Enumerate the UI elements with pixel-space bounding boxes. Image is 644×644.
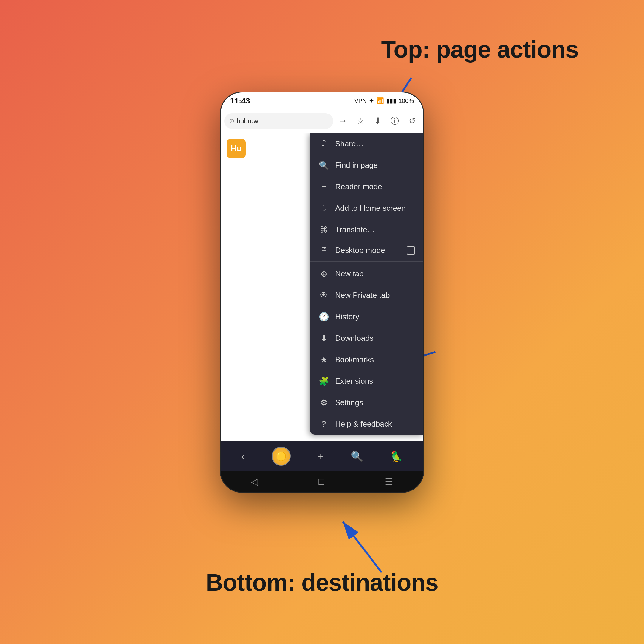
svg-line-2 (343, 522, 382, 572)
download-page-button[interactable]: ⬇ (370, 113, 385, 129)
settings-icon: ⚙ (318, 398, 329, 408)
menu-item-desktop-mode[interactable]: 🖥 Desktop mode (310, 240, 423, 262)
android-nav-bar: ◁ □ ☰ (221, 471, 423, 492)
reader-icon: ≡ (318, 182, 329, 191)
share-icon: ⤴ (318, 139, 329, 148)
menu-new-tab-label: New tab (335, 269, 415, 278)
menu-item-add-home[interactable]: ⤵ Add to Home screen (310, 197, 423, 219)
refresh-button[interactable]: ↺ (404, 113, 420, 129)
menu-item-find-in-page[interactable]: 🔍 Find in page (310, 154, 423, 176)
forward-button[interactable]: → (335, 113, 351, 129)
vpn-icon: VPN (354, 97, 367, 104)
search-bottom-icon[interactable]: 🔍 (351, 450, 363, 462)
menu-bookmarks-label: Bookmarks (335, 355, 415, 364)
new-tab-plus-icon[interactable]: + (318, 451, 324, 462)
back-nav-button[interactable]: ◁ (251, 476, 258, 487)
menu-item-reader-mode[interactable]: ≡ Reader mode (310, 176, 423, 197)
browser-logo[interactable]: 🟡 (272, 447, 291, 466)
menu-item-translate[interactable]: ⌘ Translate… (310, 219, 423, 240)
bird-icon[interactable]: 🦜 (390, 450, 403, 462)
find-icon: 🔍 (318, 160, 329, 170)
wifi-icon: 📶 (377, 97, 384, 104)
menu-item-bookmarks[interactable]: ★ Bookmarks (310, 349, 423, 370)
address-text: hubrow (237, 117, 258, 125)
downloads-icon: ⬇ (318, 333, 329, 343)
signal-icon: ▮▮▮ (386, 97, 396, 104)
bookmark-button[interactable]: ☆ (352, 113, 368, 129)
menu-item-downloads[interactable]: ⬇ Downloads (310, 327, 423, 349)
menu-extensions-label: Extensions (335, 377, 415, 386)
menu-new-private-tab-label: New Private tab (335, 291, 415, 300)
bluetooth-icon: ✦ (369, 97, 374, 104)
battery-text: 100% (399, 97, 414, 104)
desktop-icon: 🖥 (318, 245, 329, 255)
menu-translate-label: Translate… (335, 225, 415, 234)
back-chevron-icon[interactable]: ‹ (241, 451, 244, 462)
menu-item-new-private-tab[interactable]: 👁 New Private tab (310, 284, 423, 306)
menu-settings-label: Settings (335, 398, 415, 407)
menu-add-home-label: Add to Home screen (335, 204, 415, 213)
browser-bottom-bar: ‹ 🟡 + 🔍 🦜 (221, 441, 423, 471)
status-icons: VPN ✦ 📶 ▮▮▮ 100% (354, 97, 414, 104)
menu-reader-label: Reader mode (335, 182, 415, 191)
page-info-button[interactable]: ⓘ (387, 113, 403, 129)
status-bar: 11:43 VPN ✦ 📶 ▮▮▮ 100% (221, 92, 423, 109)
menu-find-label: Find in page (335, 161, 415, 170)
menu-item-share[interactable]: ⤴ Share… (310, 133, 423, 154)
add-home-icon: ⤵ (318, 203, 329, 213)
address-bar[interactable]: ⊙ hubrow (224, 113, 333, 129)
new-tab-icon: ⊕ (318, 269, 329, 279)
private-tab-icon: 👁 (318, 290, 329, 300)
bookmarks-icon: ★ (318, 355, 329, 365)
menu-downloads-label: Downloads (335, 334, 415, 343)
extensions-icon: 🧩 (318, 376, 329, 386)
browser-context-menu: ⤴ Share… 🔍 Find in page ≡ Reader mode ⤵ … (310, 133, 423, 435)
menu-item-history[interactable]: 🕐 History (310, 306, 423, 327)
menu-help-label: Help & feedback (335, 419, 415, 429)
top-annotation-label: Top: page actions (381, 36, 578, 63)
menu-item-extensions[interactable]: 🧩 Extensions (310, 370, 423, 392)
page-favicon: Hu (227, 139, 246, 158)
home-nav-button[interactable]: □ (318, 476, 324, 487)
menu-item-settings[interactable]: ⚙ Settings (310, 392, 423, 413)
menu-item-help[interactable]: ? Help & feedback (310, 413, 423, 435)
menu-share-label: Share… (335, 139, 415, 148)
browser-toolbar: ⊙ hubrow → ☆ ⬇ ⓘ ↺ (221, 109, 423, 133)
menu-item-new-tab[interactable]: ⊕ New tab (310, 263, 423, 284)
desktop-mode-checkbox[interactable] (407, 246, 415, 255)
recents-nav-button[interactable]: ☰ (385, 476, 393, 487)
menu-desktop-label: Desktop mode (335, 246, 401, 255)
help-icon: ? (318, 419, 329, 429)
menu-history-label: History (335, 312, 415, 321)
bottom-annotation-label: Bottom: destinations (206, 569, 438, 596)
phone-content: Hu ⤴ Share… 🔍 Find in page ≡ Reader mode… (221, 133, 423, 441)
status-time: 11:43 (230, 96, 250, 106)
profile-icon: ⊙ (229, 117, 234, 125)
history-icon: 🕐 (318, 312, 329, 322)
translate-icon: ⌘ (318, 225, 329, 235)
phone-frame: 11:43 VPN ✦ 📶 ▮▮▮ 100% ⊙ hubrow → ☆ ⬇ ⓘ … (221, 92, 423, 492)
